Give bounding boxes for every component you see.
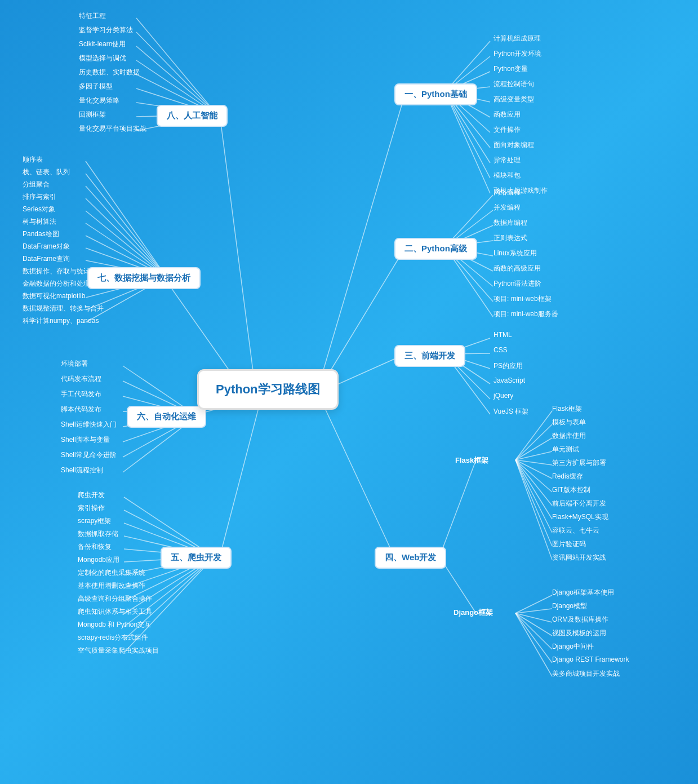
svg-line-51 [515,613,552,636]
b5-item-8: 高级查询和分组聚合操作 [78,594,152,604]
b4a-item-11: 资讯网站开发实战 [552,553,606,562]
b5-item-11: scrapy-redis分布式组件 [78,633,148,643]
b6-item-5: Shell脚本与变量 [61,435,110,445]
svg-line-7 [220,114,254,375]
branch-label-8: 八、人工智能 [167,110,217,120]
b7-item-8: DataFrame查询 [23,254,70,264]
branch-label-6: 六、自动化运维 [137,411,196,421]
svg-line-0 [321,92,406,378]
b8-item-0: 特征工程 [79,11,106,21]
branch-python-advanced: 二、Python高级 [394,238,477,260]
b5-item-1: 索引操作 [78,503,105,513]
b1-item-4: 高级变量类型 [494,95,534,104]
b2-item-3: 正则表达式 [494,233,527,243]
branch-webdev: 四、Web开发 [375,547,446,569]
svg-line-46 [515,460,552,546]
b3-item-0: HTML [494,331,512,339]
b4a-item-5: Redis缓存 [552,472,583,481]
b5-item-0: 爬虫开发 [78,490,105,500]
b4a-item-0: Flask框架 [552,404,582,414]
b2-item-4: Linux系统应用 [494,249,537,258]
svg-line-4 [220,406,259,557]
b5-item-7: 基本使用增删改查操作 [78,581,145,591]
b6-item-0: 环境部署 [61,359,88,369]
b7-item-2: 分组聚合 [23,180,50,189]
b5-item-12: 空气质量采集爬虫实战项目 [78,646,159,655]
branch-frontend: 三、前端开发 [394,345,465,367]
svg-line-3 [321,400,394,557]
mind-map: Python学习路线图 一、Python基础 计算机组成原理 Python开发环… [0,0,698,784]
b4b-item-3: 视图及模板的运用 [552,628,606,638]
b4a-item-3: 单元测试 [552,445,579,454]
b7-item-10: 金融数据的分析和处理 [23,279,90,289]
b5-item-2: scrapy框架 [78,516,111,526]
svg-line-90 [136,18,217,114]
svg-line-38 [515,438,552,460]
b8-item-1: 监督学习分类算法 [79,25,133,35]
branch-python-basic: 一、Python基础 [394,83,477,105]
b4b-item-6: 美多商城项目开发实战 [552,669,620,679]
branch-datamining: 七、数据挖掘与数据分析 [87,267,201,289]
b2-item-1: 并发编程 [494,203,521,212]
b7-item-4: Series对象 [23,205,55,214]
branch-spider: 五、爬虫开发 [161,547,232,569]
b4b-item-5: Django REST Framework [552,655,629,663]
branch-label-7: 七、数据挖掘与数据分析 [97,273,190,282]
svg-line-91 [136,32,217,114]
b3-item-5: VueJS 框架 [494,407,528,417]
svg-line-45 [515,460,552,533]
b4a-item-2: 数据库使用 [552,431,586,441]
svg-line-54 [515,613,552,676]
b4a-item-8: Flask+MySQL实现 [552,512,608,522]
b5-item-10: Mongodb 和 Python交互 [78,620,151,630]
b6-item-2: 手工代码发布 [61,389,101,399]
b3-item-4: jQuery [494,392,513,400]
b2-item-6: Python语法进阶 [494,279,541,289]
b4a-item-10: 图片验证码 [552,539,586,549]
svg-line-34 [439,460,476,557]
svg-line-52 [515,613,552,649]
b4-flask-label: Flask框架 [455,455,488,466]
b7-item-9: 数据操作、存取与统计 [23,267,90,276]
b7-item-0: 顺序表 [23,155,43,165]
b7-item-1: 栈、链表、队列 [23,167,70,177]
b8-item-2: Scikit-learn使用 [79,39,126,49]
branch-label-5: 五、爬虫开发 [171,552,221,562]
b7-item-13: 科学计算numpy、pandas [23,316,99,326]
b1-item-5: 函数应用 [494,110,521,119]
b1-item-7: 面向对象编程 [494,140,534,150]
branch-label-4: 四、Web开发 [385,552,436,562]
b6-item-6: Shell常见命令进阶 [61,450,117,460]
b2-item-8: 项目: mini-web服务器 [494,309,558,319]
b1-item-0: 计算机组成原理 [494,34,541,43]
b5-item-4: 备份和恢复 [78,542,112,552]
b6-item-3: 脚本代码发布 [61,405,101,414]
b2-item-2: 数据库编程 [494,218,527,228]
svg-line-76 [86,161,166,277]
b8-item-5: 多因子模型 [79,82,113,91]
b4b-item-1: Django模型 [552,601,587,611]
b2-item-5: 函数的高级应用 [494,264,541,273]
b8-item-3: 模型选择与调优 [79,54,126,63]
b4a-item-7: 前后端不分离开发 [552,499,606,508]
branch-ops: 六、自动化运维 [127,406,206,428]
b7-item-6: Pandas绘图 [23,229,59,239]
b4a-item-1: 模板与表单 [552,418,586,427]
branch-label-1: 一、Python基础 [404,89,467,99]
b7-item-3: 排序与索引 [23,192,56,202]
b2-item-0: 网络编程 [494,188,521,197]
svg-line-43 [515,460,552,506]
b1-item-3: 流程控制语句 [494,79,534,89]
b2-item-7: 项目: mini-web框架 [494,294,552,304]
svg-line-1 [321,247,406,386]
b4b-item-2: ORM及数据库操作 [552,615,608,624]
b7-item-5: 树与树算法 [23,217,56,227]
b7-item-12: 数据规整清理、转换与合并 [23,304,104,313]
b1-item-2: Python变量 [494,64,528,74]
b4a-item-6: GIT版本控制 [552,485,590,495]
b3-item-3: JavaScript [494,377,525,384]
b7-item-7: DataFrame对象 [23,242,70,251]
branch-ai: 八、人工智能 [157,105,228,127]
svg-line-48 [515,595,552,613]
svg-line-79 [86,198,166,277]
